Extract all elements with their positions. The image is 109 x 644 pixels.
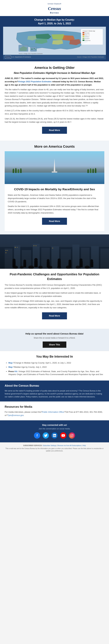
svg-text:Change in Median Age: Change in Median Age [83,30,95,32]
map-svg: Change in Median Age Decrease 0.0 to -0.… [3,27,106,55]
covid-article: COVID-19 Impacts on Mortality by Race/Et… [5,184,104,231]
right-trees [87,168,96,173]
svg-rect-10 [83,34,84,35]
svg-rect-8 [83,32,84,34]
resources-text1: For media interviews, please contact the… [5,411,42,413]
email-header: United States® Census Bureau [0,0,109,16]
left-trees [13,168,44,173]
facebook-icon[interactable]: f [34,432,40,438]
linkedin-icon[interactable] [51,432,58,438]
svg-text:0.1 to 0.3: 0.1 to 0.3 [85,38,89,39]
census-badge: Census U.S. Department of Commerce [5,56,31,58]
article1-read-more[interactable]: Read More [42,127,67,134]
svg-text:0.0 to -0.1: 0.0 to -0.1 [85,34,90,36]
article1-link1[interactable]: Vintage 2022 Population Estimates [18,80,52,83]
svg-rect-65 [0,234,109,269]
resources-text3: . [23,414,24,416]
interested-link-1[interactable]: Map: [8,366,13,368]
svg-point-4 [34,48,35,49]
hero-title-line1: Change in Median Age by County: [34,18,75,21]
interested-list: Map:?Change in Median Age by County: Apr… [5,361,104,376]
svg-point-3 [31,48,33,50]
census-badge-logo: Census [5,56,11,58]
youtube-svg [62,434,65,437]
youtube-icon[interactable] [60,432,66,438]
obelisk [54,158,55,173]
interested-link-0[interactable]: Map: [8,362,13,364]
svg-rect-12 [83,36,84,37]
article1-body2: ?As the nation?s median age creeps close… [5,88,104,108]
instagram-icon[interactable] [69,432,75,438]
article1-date-text: JUNE 22, 2023 [5,77,18,80]
stay-connected-text: Stay connected with us! [5,424,104,427]
twitter-icon[interactable] [43,432,49,438]
hero-title-line2: April 1, 2020, to July 1, 2022 [38,22,71,25]
social-footer: Stay connected with us! Join the convers… [0,420,109,442]
post-pandemic-section: Post-Pandemic Challenges and Opportuniti… [0,234,109,329]
america-counts-section: More on America Counts COVID-19 I [0,141,109,234]
covid-body1: Males and the Hispanic, American Indian … [5,194,104,203]
resources-heading: Resources for Media [5,405,104,409]
interested-item-1: Map:?Median Age by County: July 1, 2022 [8,366,104,369]
about-section: About the Census Bureau We serve as the … [0,380,109,402]
article1-heading: America Is Getting Older [5,65,104,70]
monument-image [5,151,104,184]
article1-section: America Is Getting Older New Population … [0,61,109,141]
bottom-footer: SUBSCRIBER SERVICES: Subscriber Settings… [0,442,109,454]
about-heading: About the Census Bureau [5,384,104,388]
join-text: Join the conversation on social media. [5,427,104,430]
pio-email-link[interactable]: ?pio@census.gov [8,414,24,416]
svg-text:Decrease: Decrease [85,32,90,34]
share-subtext: Share this on social media or forward it… [5,336,104,339]
subscriber-services-label: SUBSCRIBER SERVICES: Subscriber Settings… [5,444,104,447]
reflecting-pool [5,173,104,184]
post-pandemic-content: Post-Pandemic Challenges and Opportuniti… [0,269,109,326]
subscriber-settings-link[interactable]: Subscriber Settings [43,445,56,446]
instagram-svg [70,434,74,437]
footer-disclaimer: This e-mail was sent to the Census Burea… [5,447,104,452]
post-pandemic-svg [0,234,109,269]
resources-section: Resources for Media For media interviews… [0,402,109,420]
america-counts-heading: More on America Counts [5,144,104,149]
article1-body4: Utah (31.9), the District of Columbia (3… [5,117,104,124]
post-pandemic-read-more[interactable]: Read More [42,312,67,319]
post-pandemic-body3: Today?s release of Vintage 2022 estimate… [5,300,104,309]
svg-text:0.0 to 0.1: 0.0 to 0.1 [85,36,89,37]
post-pandemic-heading: Post-Pandemic Challenges and Opportuniti… [5,272,104,281]
interested-desc-2: Vintage 2022 Estimates of National, Stat… [8,370,103,376]
covid-read-more[interactable]: Read More [42,218,67,225]
map-footer: Census U.S. Department of Commerce Sourc… [3,55,106,60]
article1-date: JUNE 22, 2023 ? The nation?s median age … [5,77,104,86]
remove-subscriptions-link[interactable]: Remove me from All Subscriptions [57,445,81,446]
covid-heading: COVID-19 Impacts on Mortality by Race/Et… [5,187,104,192]
source-label: Source: Vintage 2022 Population Estimate… [77,56,104,58]
map-visual: Change in Median Age Decrease 0.0 to -0.… [3,27,106,55]
interested-desc-0: ?Change in Median Age by County: April 1… [13,362,71,364]
article1-body1: ? The nation?s median age increased by 0… [5,77,104,86]
hero-section: Change in Median Age by County: April 1,… [0,16,109,61]
logo-sub-text: Bureau [48,11,61,14]
post-pandemic-body2: It also helped gauge the impact of the s… [5,292,104,298]
social-icons-container: f [5,432,104,438]
twitter-svg [44,434,47,437]
svg-rect-16 [83,40,84,41]
usdc-label: U.S. Department of Commerce [12,56,31,58]
share-button[interactable]: Share This [43,342,66,348]
press-label: Press [8,370,14,372]
about-body: We serve as the nation?s leading provide… [5,390,104,398]
interested-link-2[interactable]: Press Kit: [8,370,18,372]
public-info-link[interactable]: Public Information Office [42,411,64,413]
interested-desc-1: ?Median Age by County: July 1, 2022 [13,366,47,368]
post-pandemic-image [0,234,109,269]
svg-text:Source: Vintage 2022 Populatio: Source: Vintage 2022 Population Estimate… [19,53,43,54]
resources-body: For media interviews, please contact the… [5,410,104,417]
logo-main-text: Census [48,5,61,12]
census-logo: United States® Census Bureau [48,2,61,14]
interested-heading: You May Be Interested In [5,354,104,359]
share-section: Help us spread the word about Census Bur… [0,329,109,351]
subscriber-label-text: SUBSCRIBER SERVICES: [23,445,42,446]
interested-item-0: Map:?Change in Median Age by County: Apr… [8,361,104,364]
hero-title: Change in Median Age by County: April 1,… [3,18,106,26]
post-pandemic-body1: The Census Bureau?s recently released 20… [5,284,104,290]
help-link[interactable]: Help [83,445,86,446]
